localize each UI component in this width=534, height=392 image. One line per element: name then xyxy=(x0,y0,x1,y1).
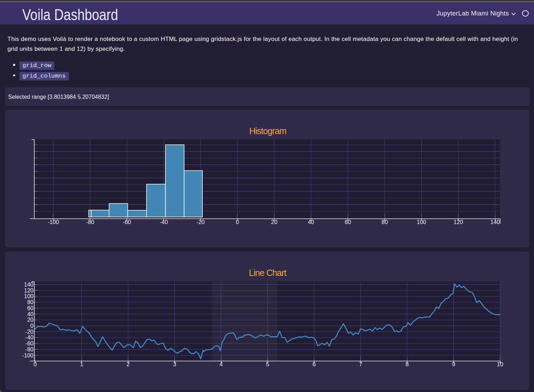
svg-text:-60: -60 xyxy=(123,219,131,225)
svg-text:-60: -60 xyxy=(25,340,34,346)
svg-text:7: 7 xyxy=(359,361,362,367)
svg-text:40: 40 xyxy=(308,219,314,225)
svg-text:40: 40 xyxy=(27,311,34,317)
svg-text:120: 120 xyxy=(24,288,34,294)
svg-text:-100: -100 xyxy=(22,352,34,358)
svg-text:0: 0 xyxy=(34,361,37,367)
svg-text:60: 60 xyxy=(345,219,351,225)
svg-text:9: 9 xyxy=(452,361,455,367)
svg-text:-100: -100 xyxy=(48,219,59,225)
svg-text:Histogram: Histogram xyxy=(249,126,286,136)
svg-text:4: 4 xyxy=(220,361,223,367)
svg-text:3: 3 xyxy=(173,361,176,367)
svg-text:60: 60 xyxy=(27,305,34,311)
svg-text:20: 20 xyxy=(271,219,278,225)
svg-text:-40: -40 xyxy=(25,334,34,340)
svg-text:6: 6 xyxy=(313,361,316,367)
svg-text:140: 140 xyxy=(491,219,500,225)
svg-text:100: 100 xyxy=(24,293,34,299)
svg-text:120: 120 xyxy=(453,219,463,225)
svg-text:-80: -80 xyxy=(25,346,34,352)
svg-text:-80: -80 xyxy=(86,219,94,225)
svg-text:-20: -20 xyxy=(25,329,34,335)
svg-text:8: 8 xyxy=(405,361,409,367)
svg-text:100: 100 xyxy=(417,219,426,225)
svg-text:10: 10 xyxy=(497,361,503,367)
svg-text:1: 1 xyxy=(80,361,83,367)
svg-text:20: 20 xyxy=(27,317,34,323)
svg-text:-40: -40 xyxy=(160,219,168,225)
svg-text:2: 2 xyxy=(126,361,130,367)
svg-text:80: 80 xyxy=(27,299,34,305)
svg-text:-20: -20 xyxy=(196,219,204,225)
svg-text:0: 0 xyxy=(30,323,34,329)
svg-text:0: 0 xyxy=(236,219,239,225)
svg-text:80: 80 xyxy=(381,219,388,225)
svg-text:140: 140 xyxy=(24,282,34,288)
svg-text:Line Chart: Line Chart xyxy=(249,268,286,278)
svg-text:5: 5 xyxy=(266,361,269,367)
